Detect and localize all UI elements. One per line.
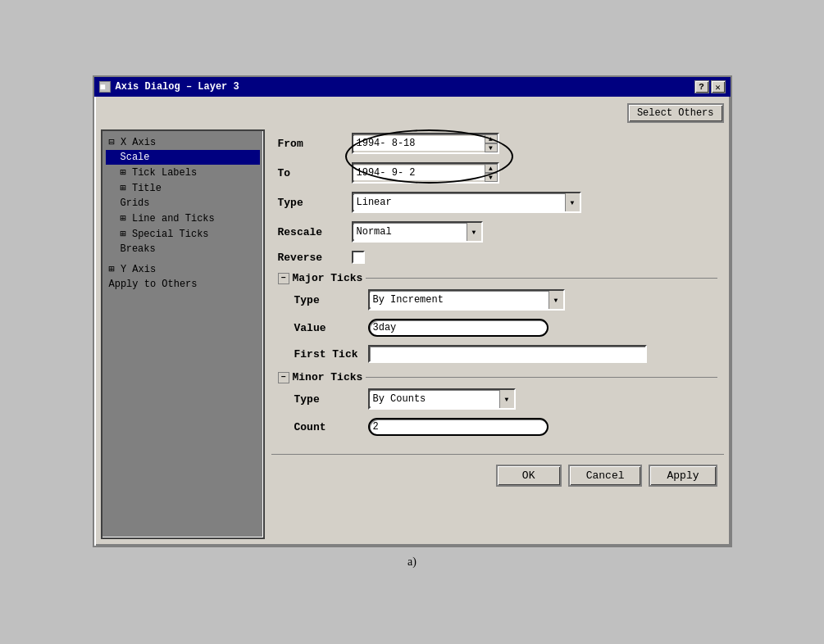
caption-text: a) [407,556,417,568]
type-dropdown-wrapper: Linear Log10 Log2 Ln Probability ▼ [352,192,581,213]
tree-item-tick-labels[interactable]: ⊞ Tick Labels [106,165,260,180]
major-ticks-line [366,278,717,279]
tree-item-yaxis[interactable]: ⊞ Y Axis [106,261,260,277]
window-title: Axis Dialog – Layer 3 [116,81,239,93]
tree-item-breaks[interactable]: Breaks [106,242,260,256]
major-value-row: Value [278,319,717,337]
reverse-row: Reverse [278,251,717,264]
dialog-window: ■ Axis Dialog – Layer 3 ? ✕ Select Other… [93,75,732,547]
from-spin-up[interactable]: ▲ [485,134,498,143]
cancel-button[interactable]: Cancel [568,465,643,487]
to-spin-down[interactable]: ▼ [485,173,498,182]
from-label: From [278,138,352,150]
from-to-group: From ▲ ▼ To [278,133,717,184]
tree-item-xaxis[interactable]: ⊟ X Axis [106,134,260,150]
tree-item-line-and-ticks[interactable]: ⊞ Line and Ticks [106,211,260,226]
type-label: Type [278,197,352,209]
from-spinner: ▲ ▼ [485,134,498,152]
to-label: To [278,167,352,179]
major-ticks-collapse[interactable]: − [278,273,289,284]
count-row: Count [278,418,717,436]
from-input-wrapper: ▲ ▼ [352,133,499,154]
rescale-dropdown[interactable]: Normal Auto Fixed Factor [353,224,467,239]
tree-item-special-ticks[interactable]: ⊞ Special Ticks [106,226,260,242]
rescale-dropdown-wrapper: Normal Auto Fixed Factor ▼ [352,221,483,243]
major-ticks-header: − Major Ticks [278,272,717,284]
type-dropdown-arrow[interactable]: ▼ [565,193,580,211]
to-spin-up[interactable]: ▲ [485,164,498,173]
title-bar: ■ Axis Dialog – Layer 3 ? ✕ [94,77,731,97]
title-buttons: ? ✕ [694,80,726,93]
dialog-body: Select Others ⊟ X Axis Scale ⊞ Tick Labe… [94,97,731,546]
count-label: Count [294,421,368,433]
to-row: To ▲ ▼ [278,162,717,184]
minor-ticks-line [366,377,717,378]
first-tick-label: First Tick [294,348,368,361]
tree-item-grids[interactable]: Grids [106,196,260,211]
from-row: From ▲ ▼ [278,133,717,154]
form-section: From ▲ ▼ To [271,129,724,447]
ok-button[interactable]: OK [496,465,562,487]
apply-button[interactable]: Apply [649,465,717,487]
tree-item-apply-to-others[interactable]: Apply to Others [106,277,260,292]
rescale-dropdown-arrow[interactable]: ▼ [467,223,481,241]
minor-type-label: Type [294,393,368,406]
major-value-wrapper [368,319,549,337]
major-type-dropdown-wrapper: By Increment By Counts Custom ▼ [368,289,565,311]
top-bar: Select Others [101,103,724,123]
reverse-checkbox[interactable] [352,251,365,264]
right-panel: From ▲ ▼ To [271,129,724,539]
window-icon: ■ [99,81,111,93]
title-bar-left: ■ Axis Dialog – Layer 3 [99,81,239,93]
close-button[interactable]: ✕ [711,80,726,93]
content-area: ⊟ X Axis Scale ⊞ Tick Labels ⊞ Title Gri… [101,129,724,539]
caption: a) [407,556,417,569]
to-input[interactable] [353,166,485,180]
reverse-label: Reverse [278,252,352,264]
tree-item-scale[interactable]: Scale [106,150,260,165]
major-ticks-label: Major Ticks [293,272,363,284]
minor-type-dropdown-arrow[interactable]: ▼ [499,390,514,408]
minor-ticks-collapse[interactable]: − [278,372,289,383]
minor-type-dropdown-wrapper: By Counts By Increment Custom ▼ [368,388,516,410]
help-button[interactable]: ? [694,80,709,93]
to-spinner: ▲ ▼ [485,164,498,182]
count-input[interactable] [368,418,549,436]
major-type-row: Type By Increment By Counts Custom ▼ [278,289,717,311]
major-type-dropdown-arrow[interactable]: ▼ [549,291,563,309]
first-tick-input[interactable] [368,345,647,363]
select-others-button[interactable]: Select Others [627,103,724,123]
to-input-wrapper: ▲ ▼ [352,162,499,184]
minor-ticks-label: Minor Ticks [293,371,363,383]
major-value-label: Value [294,322,368,334]
minor-ticks-header: − Minor Ticks [278,371,717,383]
from-input[interactable] [353,136,485,151]
rescale-row: Rescale Normal Auto Fixed Factor ▼ [278,221,717,243]
minor-type-dropdown[interactable]: By Counts By Increment Custom [370,392,499,406]
type-row: Type Linear Log10 Log2 Ln Probability ▼ [278,192,717,213]
major-type-label: Type [294,294,368,306]
first-tick-row: First Tick [278,345,717,363]
minor-type-row: Type By Counts By Increment Custom ▼ [278,388,717,410]
count-wrapper [368,418,549,436]
from-spin-down[interactable]: ▼ [485,143,498,152]
major-type-dropdown[interactable]: By Increment By Counts Custom [370,293,549,307]
bottom-buttons: OK Cancel Apply [271,454,724,493]
major-value-input[interactable] [368,319,549,337]
type-dropdown[interactable]: Linear Log10 Log2 Ln Probability [353,195,565,210]
tree-panel: ⊟ X Axis Scale ⊞ Tick Labels ⊞ Title Gri… [101,129,265,539]
rescale-label: Rescale [278,226,352,238]
tree-item-title[interactable]: ⊞ Title [106,180,260,196]
